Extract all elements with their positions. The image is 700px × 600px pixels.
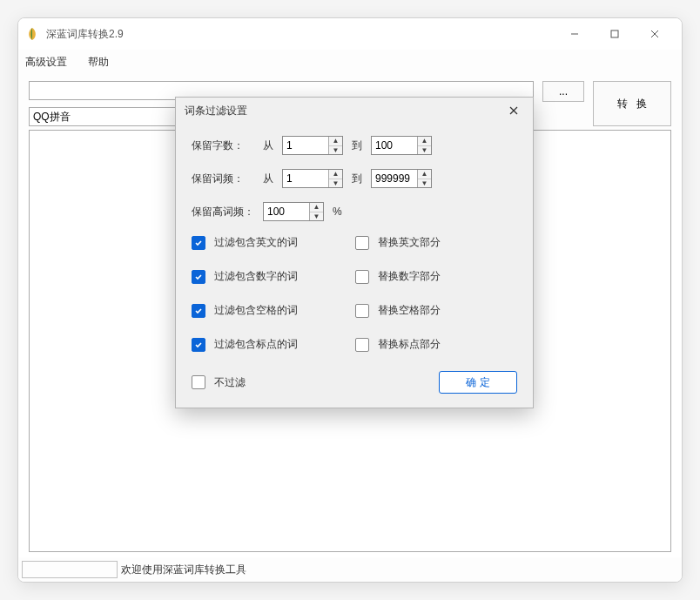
high-freq-row: 保留高词频： ▲▼ %	[192, 202, 517, 221]
dialog-footer: 不过滤 确定	[192, 371, 517, 394]
svg-rect-1	[611, 30, 618, 37]
high-freq-label: 保留高词频：	[192, 205, 254, 219]
high-freq-spinner[interactable]: ▲▼	[263, 202, 324, 221]
filter-punct-checkbox[interactable]	[192, 338, 205, 352]
replace-space-checkbox[interactable]	[355, 304, 369, 318]
replace-space-label: 替换空格部分	[378, 303, 441, 318]
freq-from-spinner[interactable]: ▲▼	[282, 169, 343, 188]
format-value: QQ拼音	[33, 110, 71, 125]
replace-digit-checkbox[interactable]	[355, 270, 369, 284]
char-from-spinner[interactable]: ▲▼	[282, 136, 343, 155]
minimize-button[interactable]	[555, 21, 595, 47]
freq-label: 保留词频：	[192, 172, 254, 186]
ok-button[interactable]: 确定	[439, 371, 517, 394]
spinner-up-icon[interactable]: ▲	[418, 170, 431, 179]
percent-label: %	[333, 206, 342, 218]
maximize-button[interactable]	[595, 21, 635, 47]
char-to-input[interactable]	[372, 137, 417, 154]
char-from-input[interactable]	[283, 137, 328, 154]
char-count-label: 保留字数：	[192, 138, 254, 153]
titlebar: 深蓝词库转换2.9	[18, 18, 682, 50]
filter-space-label: 过滤包含空格的词	[214, 303, 298, 318]
spinner-up-icon[interactable]: ▲	[310, 203, 323, 212]
dialog-close-button[interactable]	[503, 100, 524, 121]
replace-digit-label: 替换数字部分	[378, 269, 441, 284]
replace-punct-label: 替换标点部分	[378, 337, 441, 352]
filter-digit-checkbox[interactable]	[192, 270, 205, 284]
spinner-up-icon[interactable]: ▲	[329, 170, 342, 179]
freq-row: 保留词频： 从 ▲▼ 到 ▲▼	[192, 169, 517, 188]
spinner-down-icon[interactable]: ▼	[310, 212, 323, 221]
high-freq-input[interactable]	[264, 203, 309, 220]
convert-button[interactable]: 转换	[593, 81, 671, 126]
filter-space-checkbox[interactable]	[192, 304, 205, 318]
menu-help[interactable]: 帮助	[88, 55, 109, 70]
menu-advanced[interactable]: 高级设置	[25, 55, 67, 70]
filter-digit-label: 过滤包含数字的词	[214, 269, 298, 284]
no-filter-label: 不过滤	[214, 375, 246, 390]
filter-punct-row: 过滤包含标点的词 替换标点部分	[192, 337, 517, 352]
replace-punct-checkbox[interactable]	[355, 338, 369, 352]
filter-space-row: 过滤包含空格的词 替换空格部分	[192, 303, 517, 318]
statusbar: 欢迎使用深蓝词库转换工具	[18, 557, 682, 582]
replace-english-checkbox[interactable]	[355, 236, 369, 250]
spinner-up-icon[interactable]: ▲	[329, 137, 342, 146]
freq-from-input[interactable]	[283, 170, 328, 187]
char-to-spinner[interactable]: ▲▼	[371, 136, 432, 155]
spinner-down-icon[interactable]: ▼	[418, 179, 431, 188]
dialog-body: 保留字数： 从 ▲▼ 到 ▲▼ 保留词频： 从 ▲▼ 到	[176, 124, 533, 408]
main-window: 深蓝词库转换2.9 高级设置 帮助 QQ拼音 ... 转换 欢迎使用深蓝词库转换…	[17, 17, 683, 583]
status-text: 欢迎使用深蓝词库转换工具	[119, 563, 246, 577]
close-button[interactable]	[635, 21, 675, 47]
to-label: 到	[352, 138, 362, 153]
from-label: 从	[263, 172, 273, 186]
to-label: 到	[352, 172, 362, 186]
no-filter-checkbox[interactable]	[192, 375, 205, 389]
spinner-down-icon[interactable]: ▼	[329, 146, 342, 155]
menubar: 高级设置 帮助	[18, 50, 682, 74]
filter-punct-label: 过滤包含标点的词	[214, 337, 298, 352]
status-cell	[22, 561, 118, 578]
spinner-down-icon[interactable]: ▼	[418, 146, 431, 155]
filter-digit-row: 过滤包含数字的词 替换数字部分	[192, 269, 517, 284]
filter-english-checkbox[interactable]	[192, 236, 205, 250]
filter-english-row: 过滤包含英文的词 替换英文部分	[192, 235, 517, 250]
freq-to-input[interactable]	[372, 170, 417, 187]
window-controls	[555, 21, 675, 47]
freq-to-spinner[interactable]: ▲▼	[371, 169, 432, 188]
from-label: 从	[263, 138, 273, 153]
filter-english-label: 过滤包含英文的词	[214, 235, 298, 250]
spinner-down-icon[interactable]: ▼	[329, 179, 342, 188]
spinner-up-icon[interactable]: ▲	[418, 137, 431, 146]
browse-button[interactable]: ...	[542, 81, 584, 102]
filter-dialog: 词条过滤设置 保留字数： 从 ▲▼ 到 ▲▼ 保留词频：	[175, 97, 534, 408]
char-count-row: 保留字数： 从 ▲▼ 到 ▲▼	[192, 136, 517, 155]
app-icon	[25, 27, 39, 41]
replace-english-label: 替换英文部分	[378, 235, 441, 250]
dialog-titlebar: 词条过滤设置	[176, 98, 533, 124]
dialog-title: 词条过滤设置	[185, 104, 247, 118]
window-title: 深蓝词库转换2.9	[46, 27, 555, 42]
